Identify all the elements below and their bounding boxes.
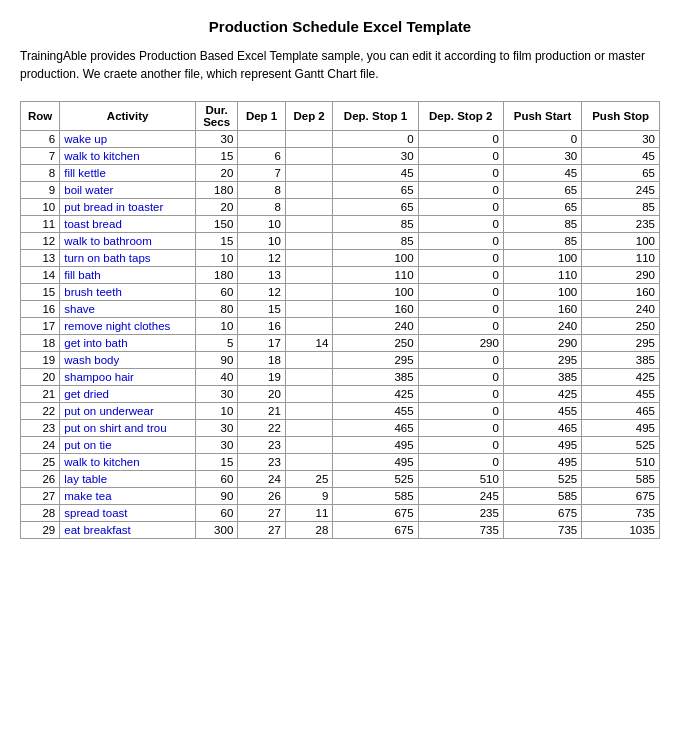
col-header-dep2: Dep 2 [285, 102, 333, 131]
cell-value: 20 [196, 199, 238, 216]
cell-value: 45 [503, 165, 581, 182]
cell-row-num: 7 [21, 148, 60, 165]
cell-value: 11 [285, 505, 333, 522]
cell-value: 10 [196, 318, 238, 335]
cell-value [285, 148, 333, 165]
cell-row-num: 8 [21, 165, 60, 182]
cell-value: 80 [196, 301, 238, 318]
cell-row-num: 14 [21, 267, 60, 284]
table-row: 19wash body90182950295385 [21, 352, 660, 369]
description: TrainingAble provides Production Based E… [20, 47, 660, 83]
table-row: 21get dried30204250425455 [21, 386, 660, 403]
cell-value: 495 [333, 437, 418, 454]
cell-value [285, 131, 333, 148]
cell-value: 100 [503, 284, 581, 301]
col-header-dep1: Dep 1 [238, 102, 286, 131]
cell-value: 0 [418, 301, 503, 318]
cell-row-num: 17 [21, 318, 60, 335]
cell-value: 85 [503, 216, 581, 233]
cell-value: 85 [333, 216, 418, 233]
cell-activity: put on shirt and trou [60, 420, 196, 437]
cell-value: 425 [582, 369, 660, 386]
cell-value: 27 [238, 522, 286, 539]
cell-value: 10 [196, 403, 238, 420]
table-row: 23put on shirt and trou30224650465495 [21, 420, 660, 437]
page-title: Production Schedule Excel Template [20, 18, 660, 35]
cell-value: 23 [238, 454, 286, 471]
cell-value [285, 250, 333, 267]
cell-value: 60 [196, 471, 238, 488]
table-row: 27make tea90269585245585675 [21, 488, 660, 505]
col-header-row: Row [21, 102, 60, 131]
cell-value: 0 [418, 148, 503, 165]
cell-row-num: 27 [21, 488, 60, 505]
table-row: 28spread toast602711675235675735 [21, 505, 660, 522]
cell-value: 0 [418, 216, 503, 233]
cell-value: 0 [418, 403, 503, 420]
cell-value: 385 [333, 369, 418, 386]
cell-value: 495 [582, 420, 660, 437]
cell-value: 0 [418, 386, 503, 403]
col-header-activity: Activity [60, 102, 196, 131]
cell-value: 295 [333, 352, 418, 369]
cell-value: 160 [503, 301, 581, 318]
cell-activity: wake up [60, 131, 196, 148]
cell-value: 245 [582, 182, 660, 199]
cell-value: 90 [196, 352, 238, 369]
schedule-table: Row Activity Dur.Secs Dep 1 Dep 2 Dep. S… [20, 101, 660, 539]
cell-activity: walk to kitchen [60, 454, 196, 471]
cell-activity: walk to bathroom [60, 233, 196, 250]
cell-value: 510 [418, 471, 503, 488]
cell-value: 0 [418, 182, 503, 199]
cell-value: 65 [582, 165, 660, 182]
cell-activity: boil water [60, 182, 196, 199]
cell-row-num: 18 [21, 335, 60, 352]
cell-activity: make tea [60, 488, 196, 505]
cell-value: 26 [238, 488, 286, 505]
cell-value: 235 [582, 216, 660, 233]
cell-row-num: 12 [21, 233, 60, 250]
cell-value: 510 [582, 454, 660, 471]
cell-value: 23 [238, 437, 286, 454]
table-row: 29eat breakfast30027286757357351035 [21, 522, 660, 539]
cell-activity: shampoo hair [60, 369, 196, 386]
cell-row-num: 29 [21, 522, 60, 539]
cell-value: 8 [238, 182, 286, 199]
cell-value: 17 [238, 335, 286, 352]
cell-value: 495 [503, 437, 581, 454]
cell-row-num: 11 [21, 216, 60, 233]
cell-value [285, 318, 333, 335]
cell-value: 65 [503, 199, 581, 216]
cell-value: 160 [333, 301, 418, 318]
cell-value [285, 352, 333, 369]
cell-value: 0 [418, 131, 503, 148]
cell-value: 20 [196, 165, 238, 182]
cell-row-num: 25 [21, 454, 60, 471]
cell-value: 0 [418, 318, 503, 335]
table-row: 18get into bath51714250290290295 [21, 335, 660, 352]
cell-value: 19 [238, 369, 286, 386]
cell-value: 28 [285, 522, 333, 539]
cell-activity: put on underwear [60, 403, 196, 420]
cell-value: 30 [196, 437, 238, 454]
cell-value: 16 [238, 318, 286, 335]
cell-value: 495 [333, 454, 418, 471]
cell-value: 0 [333, 131, 418, 148]
cell-value: 525 [503, 471, 581, 488]
cell-value: 65 [333, 182, 418, 199]
cell-value [285, 454, 333, 471]
cell-value: 40 [196, 369, 238, 386]
cell-value: 735 [582, 505, 660, 522]
cell-value: 45 [333, 165, 418, 182]
cell-value: 455 [503, 403, 581, 420]
cell-value: 0 [418, 437, 503, 454]
cell-value: 60 [196, 505, 238, 522]
cell-value [285, 284, 333, 301]
cell-value: 525 [582, 437, 660, 454]
cell-activity: brush teeth [60, 284, 196, 301]
cell-value: 15 [196, 233, 238, 250]
table-row: 22put on underwear10214550455465 [21, 403, 660, 420]
cell-value [238, 131, 286, 148]
cell-value: 30 [333, 148, 418, 165]
cell-value: 160 [582, 284, 660, 301]
